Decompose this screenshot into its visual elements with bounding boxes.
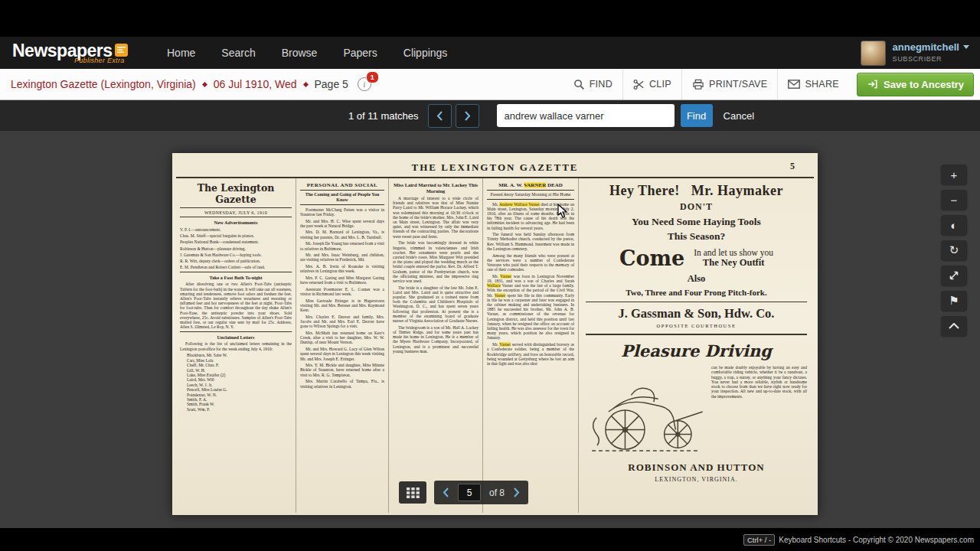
zoom-out-button[interactable]: − [941,190,967,210]
varner-obituary-subheading: Passed Away Saturday Morning at His Home [487,190,574,200]
personal-social-item: Mr. and Mrs. Howard G. Lacy of Glen Wilt… [300,347,384,361]
robinson-hutton-location: LEXINGTON, VIRGINIA. [586,476,807,483]
varner-obituary-body: Mr. Andrew Wallace Varner died at his ho… [487,202,574,367]
avatar[interactable] [861,41,886,66]
username[interactable]: annegmitchell [893,41,959,53]
notification-badge: 1 [366,71,379,83]
match-count: 1 of 11 matches [348,110,419,122]
unclaimed-letters-heading: Unclaimed Letters [180,331,292,340]
diamond-separator-icon [202,81,207,86]
haymaker-pitchfork: Two, Three and Four Prong Pitch-fork. [586,288,807,297]
find-controls: 1 of 11 matches Find Cancel [348,100,754,131]
personal-social-item: Mrs. D. M. Barnard of Lexington, Va., is… [300,230,384,239]
share-button[interactable]: SHARE [778,69,849,99]
current-page-input[interactable]: 5 [458,484,481,501]
wedding-article-paragraph: The bride is a daughter of the late Mr. … [393,285,479,324]
flag-button[interactable]: ⚑ [941,291,967,311]
footbath-heading: Take a Foot Bath To-night [180,272,292,280]
find-label: FIND [590,79,612,90]
zoom-in-button[interactable]: + [941,165,967,184]
save-to-ancestry-button[interactable]: Save to Ancestry [857,73,974,96]
column1-dateline: WEDNESDAY, JULY 6, 1910 [180,207,292,217]
print-save-label: PRINT/SAVE [709,79,767,90]
nav-papers[interactable]: Papers [343,47,377,59]
personal-social-item: Mrs. Martin Carabello of Tampa, Fla., is… [300,379,384,388]
thumbnail-grid-button[interactable] [399,481,426,504]
paper-title-link[interactable]: Lexington Gazette (Lexington, Virginia) [11,78,196,90]
new-ad-entry: Chas. M. Stieff—special bargains in pian… [180,233,292,238]
share-label: SHARE [805,79,839,90]
haymaker-line3: You Need Some Haying Tools [586,216,807,228]
contrast-button[interactable]: ◐ [941,215,967,235]
haymaker-line4: This Season? [586,230,807,243]
document-actions: FIND CLIP PRINT/SAVE SHARE Save to Ances… [564,69,974,99]
haymaker-come-row: Come In and let us show you The Ney Outf… [586,246,807,270]
come-text: In and let us show you The Ney Outfit [694,248,773,269]
newspaper-page-image[interactable]: THE LEXINGTON GAZETTE 5 The Lexington Ga… [172,153,818,515]
find-button[interactable]: FIND [564,69,622,99]
next-match-button[interactable] [456,104,479,128]
nav-browse[interactable]: Browse [282,47,318,59]
chevron-left-icon [436,111,443,121]
personal-social-heading: PERSONAL AND SOCIAL [300,182,384,188]
page-label: Page 5 [315,78,348,90]
new-ad-entry: R. R. Witt, deputy clerk—orders of publi… [180,259,292,263]
personal-social-item: Mr. and Mrs. H. C. Wise spent several da… [300,219,384,228]
previous-match-button[interactable] [428,104,452,128]
diamond-separator-icon [302,81,308,86]
personal-social-item: Postmaster McClung Patten was a visitor … [300,207,384,217]
newspaper-logo-icon [115,44,128,57]
personal-social-item: Mr. and Mrs. Isaac Weinburg, and childre… [300,253,384,262]
footbath-text: After dissolving one or two Allen's Foot… [180,282,292,329]
chevron-down-icon [963,45,969,49]
letterbox-top [0,0,980,37]
issue-date-link[interactable]: 06 Jul 1910, Wed [214,78,297,90]
subscriber-badge: SUBSCRIBER [893,55,969,63]
pleasure-driving-advertisement: Pleasure Driving [586,335,807,483]
personal-social-item: Assistant Postmaster E. L. Conner was a … [300,287,384,296]
clip-button[interactable]: CLIP [623,69,681,99]
personal-social-item: Mrs. Charles E. Deaver and family, Mrs. … [300,315,384,329]
printer-icon [692,79,704,90]
personal-social-item: Mr. Joseph De Young has returned from a … [300,241,384,250]
new-ad-entry: J. Gassman & Son Hardware Co.—haying too… [180,253,292,257]
nav-search[interactable]: Search [221,47,255,59]
personal-social-item: Mrs. McMath has returned home on Kerr's … [300,331,384,345]
search-input[interactable] [497,104,675,127]
grid-icon [407,487,420,498]
varner-obituary-paragraph: The funeral was held Sunday afternoon fr… [487,232,574,251]
print-save-button[interactable]: PRINT/SAVE [682,69,777,99]
previous-page-button[interactable] [443,487,449,497]
search-icon [573,79,585,90]
newspaper-columns: The Lexington Gazette WEDNESDAY, JULY 6,… [176,177,814,513]
user-menu[interactable]: annegmitchell SUBSCRIBER [861,41,969,66]
image-viewer[interactable]: THE LEXINGTON GAZETTE 5 The Lexington Ga… [0,131,980,528]
viewer-toolbar: + − ◐ ↻ ⚑ [941,165,967,341]
next-page-button[interactable] [513,487,520,497]
varner-obituary-paragraph: Mr. Andrew Wallace Varner died at his ho… [487,202,574,230]
publisher-extra-tagline: Publisher Extra [74,57,125,64]
newspaper-column-1: The Lexington Gazette WEDNESDAY, JULY 6,… [176,178,296,513]
main-nav: Home Search Browse Papers Clippings [167,37,447,69]
newspaper-masthead: THE LEXINGTON GAZETTE [172,161,818,174]
save-arrow-icon [867,79,878,90]
pan-mode-button[interactable] [941,266,967,285]
nav-clippings[interactable]: Clippings [403,47,448,59]
info-button[interactable]: i 1 [358,77,371,91]
newspaper-column-3: Miss Laird Married to Mr. Lackey This Mo… [389,178,483,513]
pleasure-driving-text: can be made doubly enjoyable by having a… [711,365,807,455]
haymaker-advertisement: Hey There! Mr. Haymaker DON'T You Need S… [586,183,807,335]
find-submit-button[interactable]: Find [681,104,713,127]
new-ad-entry: Robinson & Hutton—pleasure driving. [180,246,292,251]
newspaper-column-4: MR. A. W. VARNER DEAD Passed Away Saturd… [483,178,579,513]
gassman-firm-name: J. Gassman & Son, Hdw. Co. [586,302,807,321]
personal-social-item: Mrs. Y. M. Bickle and daughter, Miss Min… [300,363,384,377]
collapse-toolbar-button[interactable] [941,316,967,336]
new-advertisements-list: V. P. I.—announcement.Chas. M. Stieff—sp… [180,227,292,269]
cancel-button[interactable]: Cancel [724,110,754,122]
envelope-icon [788,80,800,89]
rotate-button[interactable]: ↻ [941,240,967,260]
come-word: Come [619,246,684,270]
nav-home[interactable]: Home [167,47,195,59]
column1-gazette-title: The Lexington Gazette [180,182,292,205]
